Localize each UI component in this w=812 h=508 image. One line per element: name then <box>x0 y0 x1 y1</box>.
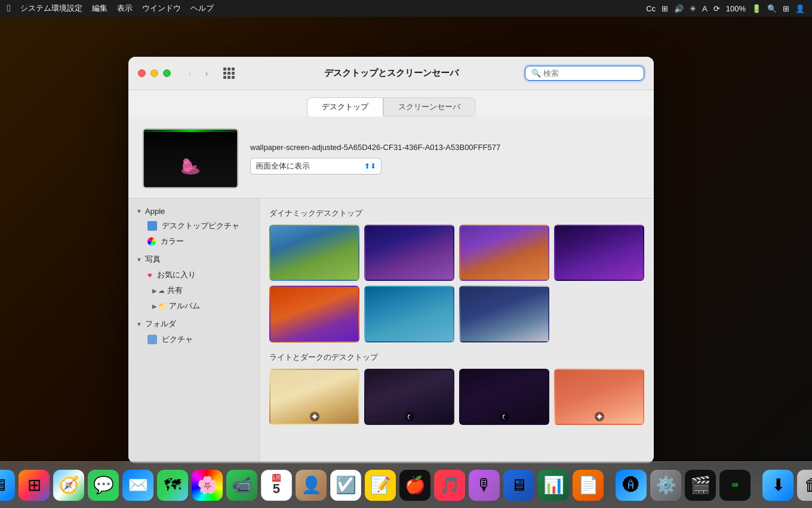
light-dark-desktop-title: ライトとダークのデスクトップ <box>269 352 644 363</box>
wallpaper-item[interactable] <box>364 286 454 342</box>
kangaroo-svg <box>176 154 205 175</box>
time-machine-icon[interactable]: ⟳ <box>713 4 720 13</box>
menubar-view[interactable]: 表示 <box>117 3 133 14</box>
wallpaper-item[interactable] <box>269 286 359 342</box>
dock-notes[interactable]: 📝 <box>365 470 396 501</box>
wallpaper-item[interactable] <box>554 225 644 281</box>
dock-tv[interactable]: 🍎 <box>399 470 430 501</box>
dock-reminders[interactable]: ☑️ <box>330 470 361 501</box>
wallpaper-item[interactable] <box>459 369 549 425</box>
back-button[interactable]: ‹ <box>183 66 197 81</box>
menubar-help[interactable]: ヘルプ <box>190 3 214 14</box>
close-button[interactable] <box>138 69 146 77</box>
cloud-icon: ☁ <box>158 287 165 295</box>
sun2-icon <box>596 414 602 420</box>
sidebar-photos-label: 写真 <box>145 254 161 265</box>
grid-dot <box>223 68 226 71</box>
dock-pages[interactable]: 📄 <box>573 470 604 501</box>
sidebar-shared-label: 共有 <box>167 285 183 296</box>
dock-contacts[interactable]: 👤 <box>296 470 327 501</box>
wallpaper-item[interactable] <box>364 369 454 425</box>
wallpaper-item[interactable] <box>364 225 454 281</box>
dock-maps[interactable]: 🗺 <box>157 470 188 501</box>
downloads-icon: ⬇ <box>771 477 785 494</box>
dock-finder[interactable]: 🖥 <box>0 470 15 501</box>
titlebar: ‹ › デスクトップとスクリーンセーバ 🔍 <box>128 57 654 90</box>
sidebar-item-shared[interactable]: ▶ ☁ 共有 <box>128 283 259 298</box>
dock-system-preferences[interactable]: ⚙️ <box>650 470 681 501</box>
sidebar-item-favorites[interactable]: ♥ お気に入り <box>128 267 259 283</box>
tab-screensaver[interactable]: スクリーンセーバ <box>383 97 475 117</box>
maximize-button[interactable] <box>163 69 171 77</box>
calendar-day: 5 <box>273 482 280 496</box>
sidebar-apple-header[interactable]: ▼ Apple <box>128 204 259 218</box>
svg-point-4 <box>313 415 316 418</box>
sidebar-folders-label: フォルダ <box>145 319 176 329</box>
wallpaper-item[interactable] <box>554 369 644 425</box>
all-prefs-button[interactable] <box>223 68 235 79</box>
sidebar-folders-header[interactable]: ▼ フォルダ <box>128 316 259 332</box>
dock-mail[interactable]: ✉️ <box>122 470 153 501</box>
reminders-icon: ☑️ <box>336 477 356 494</box>
grid-dot <box>232 76 235 79</box>
menubar-window[interactable]: ウインドウ <box>142 3 181 14</box>
dock-downloads[interactable]: ⬇ <box>762 470 793 501</box>
dock-terminal[interactable]: ⌨ <box>719 470 751 501</box>
dock-launchpad[interactable]: ⊞ <box>19 470 50 501</box>
menubar-system-prefs[interactable]: システム環境設定 <box>20 3 82 14</box>
tab-desktop[interactable]: デスクトップ <box>307 97 383 117</box>
dock-keynote[interactable]: 🖥 <box>503 470 534 501</box>
launchpad-icon: ⊞ <box>27 477 41 494</box>
sidebar-photos-header[interactable]: ▼ 写真 <box>128 252 259 267</box>
forward-button[interactable]: › <box>199 66 214 81</box>
sidebar-item-albums[interactable]: ▶ 📁 アルバム <box>128 298 259 314</box>
grid-dot <box>227 76 230 79</box>
dock-messages[interactable]: 💬 <box>88 470 119 501</box>
dock-podcasts[interactable]: 🎙 <box>469 470 500 501</box>
dock-numbers[interactable]: 📊 <box>538 470 569 501</box>
dock-final-cut[interactable]: 🎬 <box>685 470 716 501</box>
wallpaper-item[interactable] <box>459 286 549 342</box>
volume-icon[interactable]: 🔊 <box>674 4 684 13</box>
dock-trash[interactable]: 🗑 <box>797 470 812 501</box>
search-box[interactable]: 🔍 <box>525 66 644 81</box>
dock-appstore[interactable]: 🅐 <box>616 470 647 501</box>
heart-icon: ♥ <box>147 271 152 280</box>
dock-safari[interactable]: 🧭 <box>53 470 84 501</box>
search-input[interactable] <box>543 69 638 78</box>
tv-icon: 🍎 <box>405 477 426 494</box>
mail-icon: ✉️ <box>128 477 149 494</box>
svg-point-2 <box>183 158 189 164</box>
pictures-folder-icon <box>147 335 157 344</box>
dock-calendar[interactable]: 1月 5 <box>261 470 292 501</box>
dock-music[interactable]: 🎵 <box>434 470 465 501</box>
wallpaper-item[interactable] <box>269 225 359 281</box>
svg-point-9 <box>598 415 601 418</box>
menubar-edit[interactable]: 編集 <box>92 3 107 14</box>
trash-icon: 🗑 <box>804 477 812 494</box>
color-strip <box>144 130 237 132</box>
traffic-lights <box>138 69 171 77</box>
control-center-icon[interactable]: ⊞ <box>783 4 789 13</box>
wallpaper-item[interactable] <box>459 225 549 281</box>
bluetooth-icon[interactable]: ✳ <box>690 4 696 13</box>
sidebar-item-colors[interactable]: カラー <box>128 234 259 249</box>
user-icon[interactable]: 👤 <box>795 4 805 13</box>
display-icon[interactable]: ⊞ <box>662 4 668 13</box>
apple-menu[interactable]:  <box>7 3 11 14</box>
wallpaper-item[interactable] <box>269 369 359 425</box>
window-content: デスクトップ スクリーンセーバ wallpape <box>128 90 654 463</box>
creative-cloud-icon[interactable]: Cc <box>646 4 656 13</box>
sidebar-albums-label: アルバム <box>169 301 200 311</box>
search-icon[interactable]: 🔍 <box>767 4 777 13</box>
display-mode-dropdown[interactable]: 画面全体に表示 ⬆⬇ <box>250 158 382 175</box>
sidebar-item-pictures[interactable]: ピクチャ <box>128 332 259 347</box>
dock-photos[interactable]: 🌸 <box>192 470 223 501</box>
sidebar-item-desktop-pictures[interactable]: デスクトップピクチャ <box>128 218 259 234</box>
minimize-button[interactable] <box>150 69 158 77</box>
dock-facetime[interactable]: 📹 <box>226 470 257 501</box>
maps-icon: 🗺 <box>164 477 181 494</box>
keynote-icon: 🖥 <box>510 477 527 494</box>
font-icon[interactable]: A <box>702 4 708 13</box>
finder-icon: 🖥 <box>0 477 8 494</box>
